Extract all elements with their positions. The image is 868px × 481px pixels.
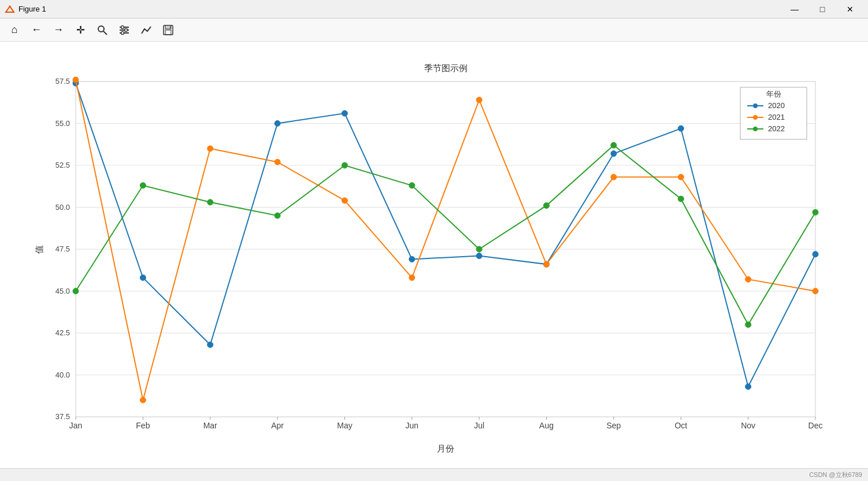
svg-text:Feb: Feb: [136, 421, 150, 430]
svg-text:Sep: Sep: [606, 421, 621, 430]
svg-point-66: [476, 253, 482, 259]
configure-button[interactable]: [114, 21, 134, 39]
app-icon: [5, 4, 15, 14]
svg-point-86: [207, 199, 213, 205]
svg-point-70: [745, 384, 751, 390]
chart-area: 37.540.042.545.047.550.052.555.057.5JanF…: [0, 42, 868, 468]
svg-text:Jan: Jan: [69, 421, 83, 430]
svg-point-84: [73, 288, 79, 294]
zoom-button[interactable]: [92, 21, 112, 39]
svg-text:月份: 月份: [437, 443, 454, 453]
svg-point-74: [207, 146, 213, 151]
svg-point-88: [342, 162, 347, 168]
maximize-button[interactable]: □: [809, 0, 836, 18]
svg-point-79: [544, 261, 550, 267]
pan-button[interactable]: ✛: [71, 21, 90, 39]
svg-point-87: [275, 213, 280, 219]
minimize-button[interactable]: —: [781, 0, 808, 18]
save-button[interactable]: [158, 21, 178, 39]
svg-point-0: [9, 5, 11, 7]
svg-text:52.5: 52.5: [55, 161, 70, 169]
svg-point-76: [342, 198, 347, 204]
svg-text:季节图示例: 季节图示例: [424, 63, 468, 73]
svg-text:Aug: Aug: [539, 421, 554, 430]
svg-point-6: [121, 25, 124, 28]
main-window: Figure 1 — □ ✕ ⌂ ← → ✛: [0, 0, 868, 481]
svg-text:Mar: Mar: [203, 421, 217, 430]
svg-point-75: [275, 159, 280, 165]
svg-point-89: [409, 183, 415, 188]
svg-text:Dec: Dec: [808, 421, 823, 430]
svg-point-8: [121, 31, 124, 34]
svg-point-80: [611, 174, 617, 180]
forward-button[interactable]: →: [49, 21, 68, 39]
title-bar: Figure 1 — □ ✕: [0, 0, 868, 18]
svg-line-2: [103, 31, 107, 35]
svg-point-62: [207, 342, 213, 347]
svg-text:57.5: 57.5: [55, 77, 70, 86]
svg-text:Apr: Apr: [271, 421, 284, 430]
svg-point-71: [813, 251, 818, 257]
svg-text:37.5: 37.5: [55, 412, 70, 421]
svg-text:50.0: 50.0: [55, 203, 70, 212]
svg-text:40.0: 40.0: [55, 371, 70, 379]
window-controls: — □ ✕: [781, 0, 863, 18]
svg-point-61: [140, 275, 146, 280]
svg-text:Jul: Jul: [474, 421, 484, 430]
svg-point-92: [611, 142, 617, 148]
svg-point-81: [678, 174, 684, 180]
svg-text:45.0: 45.0: [55, 287, 70, 295]
svg-point-63: [275, 121, 280, 127]
svg-point-102: [753, 115, 758, 120]
svg-point-78: [476, 97, 482, 103]
svg-text:42.5: 42.5: [55, 328, 70, 337]
svg-text:2020: 2020: [768, 101, 785, 110]
close-button[interactable]: ✕: [837, 0, 863, 18]
chart-container: 37.540.042.545.047.550.052.555.057.5JanF…: [29, 53, 839, 457]
status-text: CSDN @立秋6789: [809, 471, 862, 479]
svg-point-95: [813, 209, 818, 215]
svg-text:2022: 2022: [768, 124, 785, 133]
svg-rect-12: [170, 26, 171, 28]
lines-button[interactable]: [136, 21, 156, 39]
svg-point-68: [611, 151, 617, 157]
chart-svg: 37.540.042.545.047.550.052.555.057.5JanF…: [29, 53, 839, 457]
svg-point-83: [813, 288, 818, 294]
window-title: Figure 1: [18, 5, 781, 13]
svg-point-90: [476, 246, 482, 252]
svg-point-93: [678, 196, 684, 202]
svg-point-72: [73, 77, 79, 83]
svg-point-99: [753, 103, 758, 108]
svg-point-82: [745, 276, 751, 282]
svg-text:Jun: Jun: [406, 421, 419, 430]
svg-point-1: [98, 26, 104, 32]
home-button[interactable]: ⌂: [5, 21, 24, 39]
svg-point-65: [409, 256, 415, 262]
svg-rect-11: [165, 30, 171, 35]
status-bar: CSDN @立秋6789: [0, 468, 868, 481]
svg-point-85: [140, 183, 146, 188]
svg-point-94: [745, 322, 751, 328]
svg-point-7: [125, 28, 128, 31]
svg-text:47.5: 47.5: [55, 245, 70, 253]
svg-text:Oct: Oct: [674, 421, 687, 430]
svg-point-105: [753, 127, 758, 131]
svg-point-73: [140, 397, 146, 403]
svg-text:Nov: Nov: [741, 421, 755, 430]
toolbar: ⌂ ← → ✛: [0, 18, 868, 42]
svg-text:2021: 2021: [768, 113, 785, 121]
svg-point-91: [544, 203, 550, 209]
svg-point-69: [678, 125, 684, 131]
svg-point-64: [342, 110, 347, 116]
svg-text:值: 值: [34, 245, 44, 254]
svg-point-77: [409, 275, 415, 280]
back-button[interactable]: ←: [27, 21, 46, 39]
svg-text:May: May: [337, 421, 352, 430]
svg-text:55.0: 55.0: [55, 119, 70, 128]
svg-text:年份: 年份: [766, 90, 781, 98]
